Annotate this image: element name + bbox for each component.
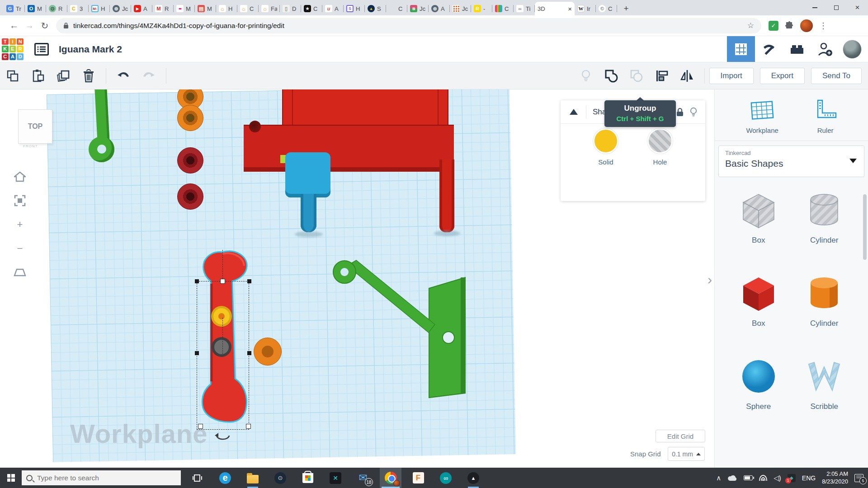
browser-tab[interactable]: Jc bbox=[450, 2, 471, 15]
taskbar-chrome[interactable] bbox=[380, 468, 401, 488]
shape-sphere[interactable]: Sphere bbox=[726, 356, 792, 411]
canvas-object-blue-clamp[interactable] bbox=[285, 152, 330, 197]
browser-tab[interactable]: R bbox=[152, 2, 174, 15]
browser-tab[interactable]: C bbox=[386, 2, 407, 15]
lock-icon[interactable] bbox=[676, 108, 684, 117]
browser-tab[interactable]: A bbox=[429, 2, 450, 15]
selection-handle[interactable] bbox=[247, 351, 251, 355]
taskbar-edge[interactable]: e bbox=[214, 468, 236, 488]
canvas-object-red-peg[interactable] bbox=[439, 160, 454, 232]
extension-check-icon[interactable]: ✓ bbox=[769, 21, 778, 31]
shape-cylinder-solid[interactable]: Cylinder bbox=[792, 273, 858, 328]
sidebar-collapse-chevron-icon[interactable]: › bbox=[708, 272, 712, 287]
shape-cylinder-hole[interactable]: Cylinder bbox=[792, 190, 858, 245]
tray-expand-chevron-icon[interactable]: ∧ bbox=[716, 474, 721, 482]
zoom-out-button[interactable]: − bbox=[12, 241, 28, 256]
browser-tab[interactable]: H bbox=[344, 2, 365, 15]
browser-tab[interactable]: Ti bbox=[514, 2, 535, 15]
paste-button[interactable] bbox=[30, 68, 46, 84]
taskbar-photos[interactable]: ▲ bbox=[462, 468, 484, 488]
browser-tab[interactable]: H bbox=[216, 2, 237, 15]
taskbar-arduino[interactable]: ∞ bbox=[435, 468, 457, 488]
hole-option[interactable]: Hole bbox=[635, 128, 685, 166]
brick-export-button[interactable] bbox=[783, 36, 811, 62]
browser-tab[interactable]: M bbox=[25, 2, 46, 15]
browser-tab[interactable]: S bbox=[365, 2, 386, 15]
browser-tab[interactable]: Ir bbox=[575, 2, 596, 15]
reload-button[interactable]: ↻ bbox=[37, 18, 52, 33]
tinkercad-logo[interactable]: TIN KER CAD bbox=[1, 38, 24, 61]
browser-tab[interactable]: Fa bbox=[259, 2, 280, 15]
ruler-tool[interactable]: Ruler bbox=[814, 99, 837, 134]
notification-center-icon[interactable]: 5 bbox=[854, 474, 863, 482]
taskbar-fusion360[interactable]: F bbox=[407, 468, 429, 488]
selection-handle[interactable] bbox=[195, 351, 199, 355]
task-view-button[interactable] bbox=[187, 468, 208, 488]
undo-button[interactable] bbox=[116, 68, 131, 84]
delete-button[interactable] bbox=[81, 68, 96, 84]
import-button[interactable]: Import bbox=[709, 68, 754, 84]
duplicate-button[interactable] bbox=[56, 68, 71, 84]
forward-button[interactable]: → bbox=[22, 18, 37, 33]
group-button[interactable] bbox=[604, 68, 619, 84]
align-button[interactable] bbox=[654, 68, 670, 84]
browser-menu-icon[interactable]: ⋮ bbox=[819, 21, 827, 31]
send-to-button[interactable]: Send To bbox=[811, 68, 862, 84]
browser-tab[interactable]: A bbox=[131, 2, 152, 15]
selection-handle[interactable] bbox=[198, 424, 203, 429]
browser-tab[interactable]: C bbox=[492, 2, 514, 15]
sidebar-scrollbar[interactable] bbox=[863, 194, 867, 260]
battery-icon[interactable] bbox=[744, 475, 753, 480]
taskbar-predator[interactable]: ✕ bbox=[325, 468, 346, 488]
taskbar-clock[interactable]: 2:05 AM 8/23/2020 bbox=[822, 470, 848, 486]
selection-handle[interactable] bbox=[246, 424, 251, 429]
canvas-object-dark-red-ring[interactable] bbox=[177, 147, 203, 174]
edit-grid-button[interactable]: Edit Grid bbox=[656, 430, 705, 442]
browser-tab[interactable]: Tr bbox=[4, 2, 25, 15]
onedrive-cloud-icon[interactable] bbox=[727, 475, 737, 481]
shape-library-dropdown[interactable]: Tinkercad Basic Shapes bbox=[718, 145, 864, 177]
browser-tab[interactable]: R bbox=[46, 2, 67, 15]
browser-tab[interactable]: 3 bbox=[67, 2, 89, 15]
browser-profile-avatar[interactable] bbox=[800, 19, 813, 32]
zoom-in-button[interactable]: + bbox=[12, 217, 28, 232]
browser-tab[interactable]: C bbox=[301, 2, 322, 15]
browser-tab-active[interactable]: 3D× bbox=[535, 2, 575, 15]
extensions-puzzle-icon[interactable] bbox=[785, 21, 794, 30]
taskbar-steam[interactable]: ⊙ bbox=[269, 468, 291, 488]
bookmark-star-icon[interactable]: ☆ bbox=[747, 21, 754, 30]
canvas-object-blue-peg[interactable] bbox=[301, 194, 316, 232]
workplane-tool[interactable]: Workplane bbox=[746, 99, 778, 134]
snap-grid-dropdown[interactable]: 0.1 mm bbox=[668, 447, 705, 461]
browser-tab[interactable]: M bbox=[195, 2, 216, 15]
back-button[interactable]: ← bbox=[6, 18, 22, 33]
home-view-button[interactable] bbox=[12, 169, 28, 184]
wifi-icon[interactable] bbox=[759, 475, 767, 481]
volume-icon[interactable]: ◁) bbox=[774, 474, 781, 482]
export-button[interactable]: Export bbox=[760, 68, 805, 84]
taskbar-file-explorer[interactable] bbox=[242, 468, 264, 488]
show-all-button[interactable] bbox=[578, 68, 594, 84]
shape-box-hole[interactable]: Box bbox=[726, 190, 792, 245]
blocks-view-button[interactable] bbox=[727, 36, 755, 62]
collapse-panel-icon[interactable] bbox=[570, 109, 578, 115]
design-title[interactable]: Iguana Mark 2 bbox=[59, 44, 122, 55]
selection-handle[interactable] bbox=[220, 279, 225, 284]
browser-tab[interactable]: D bbox=[280, 2, 301, 15]
fit-view-button[interactable] bbox=[12, 193, 28, 208]
redo-button[interactable] bbox=[141, 68, 156, 84]
design-menu-icon[interactable] bbox=[34, 43, 49, 56]
browser-tab[interactable]: Jc bbox=[110, 2, 131, 15]
design-canvas[interactable]: Workplane bbox=[0, 89, 868, 468]
browser-tab[interactable]: M bbox=[174, 2, 195, 15]
canvas-object-red-slab-front[interactable] bbox=[244, 125, 454, 172]
taskbar-mail[interactable]: ✉18 bbox=[352, 468, 374, 488]
user-avatar[interactable] bbox=[843, 40, 862, 59]
ungroup-button[interactable] bbox=[629, 68, 644, 84]
new-tab-button[interactable]: + bbox=[620, 2, 632, 15]
solid-option[interactable]: Solid bbox=[581, 128, 631, 166]
shape-scribble[interactable]: Scribble bbox=[792, 356, 858, 411]
mirror-button[interactable] bbox=[679, 68, 695, 84]
tab-close-icon[interactable]: × bbox=[568, 5, 572, 12]
taskbar-search[interactable] bbox=[22, 470, 181, 485]
